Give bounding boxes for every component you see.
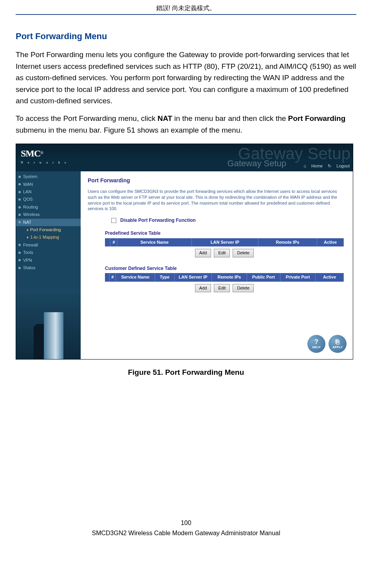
predefined-table: # Service Name LAN Server IP Remote IPs … [105, 238, 344, 246]
th-lan: LAN Server IP [175, 273, 212, 281]
bullet-icon [18, 206, 21, 209]
th-act: Active [317, 238, 344, 246]
door-icon [44, 312, 63, 359]
th-rip: Remote IPs [212, 273, 247, 281]
bullet-icon [18, 221, 21, 223]
help-label: HELP [312, 345, 320, 349]
disable-pf-row: Disable Port Forwarding Function [111, 217, 346, 224]
bullet-icon [18, 259, 21, 261]
section-title: Port Forwarding Menu [16, 31, 356, 43]
page-number: 100 [16, 519, 356, 527]
nav-label: System [23, 174, 38, 180]
custom-btn-row: Add Edit Delete [105, 284, 344, 292]
nav-label: VPN [23, 257, 32, 263]
bullet-icon [18, 183, 21, 185]
sidebar-item-wan[interactable]: WAN [16, 181, 81, 188]
sidebar-sub-1to1-mapping[interactable]: 1-to-1 Mapping [16, 234, 81, 241]
para2-e: submenu in the menu bar. Figure 51 shows… [16, 126, 242, 134]
custom-table: # Service Name Type LAN Server IP Remote… [105, 273, 344, 281]
edit-button[interactable]: Edit [214, 249, 230, 257]
paragraph-1: The Port Forwarding menu lets you config… [16, 49, 356, 106]
predefined-table-title: Predefined Service Table [105, 230, 346, 237]
th-svc: Service Name [116, 273, 155, 281]
page-footer: 100 SMCD3GN2 Wireless Cable Modem Gatewa… [16, 519, 356, 538]
delete-button[interactable]: Delete [233, 249, 254, 257]
sidebar-item-qos[interactable]: QOS [16, 196, 81, 203]
th-sel [105, 238, 110, 246]
bullet-icon [18, 214, 21, 216]
bullet-icon [18, 176, 21, 178]
table-header: # Service Name Type LAN Server IP Remote… [105, 273, 344, 281]
table-header: # Service Name LAN Server IP Remote IPs … [105, 238, 344, 246]
sidebar-item-routing[interactable]: Routing [16, 203, 81, 211]
para2-c: in the menu bar and then click the [172, 114, 288, 122]
sidebar-item-nat[interactable]: NAT [16, 219, 81, 226]
round-buttons: ? HELP ⎘ APPLY [307, 335, 347, 353]
sidebar-item-vpn[interactable]: VPN [16, 257, 81, 264]
sidebar-item-lan[interactable]: LAN [16, 188, 81, 196]
nav-sub-label: Port Forwarding [30, 227, 61, 233]
th-pub: Public Port [247, 273, 280, 281]
th-sel [105, 273, 110, 281]
panel-description: Users can configure the SMCD3GN3 to prov… [88, 189, 346, 212]
nav-label: LAN [23, 189, 31, 195]
nav-label: Status [23, 265, 35, 271]
nav-decorative-image [16, 293, 81, 359]
apply-icon: ⎘ [336, 339, 339, 345]
bullet-icon [18, 267, 21, 269]
disable-pf-label: Disable Port Forwarding Function [120, 217, 196, 224]
add-button[interactable]: Add [195, 249, 211, 257]
th-lan: LAN Server IP [192, 238, 258, 246]
bullet-icon [18, 191, 21, 193]
predefined-btn-row: Add Edit Delete [105, 249, 344, 257]
nav-label: Firewall [23, 242, 38, 248]
delete-button[interactable]: Delete [233, 284, 254, 292]
title-fg: Gateway Setup [228, 158, 286, 170]
sidebar-sub-port-forwarding[interactable]: Port Forwarding [16, 226, 81, 234]
sidebar-nav: System WAN LAN QOS Routing Wireless NAT … [16, 171, 81, 359]
chevron-right-icon [27, 236, 29, 239]
screenshot-figure: SMC® N e t w o r k s Gateway Setup Gatew… [16, 144, 353, 360]
add-button[interactable]: Add [195, 284, 211, 292]
header-links: ⌂ Home ↻ Logout [300, 163, 350, 169]
sidebar-item-wireless[interactable]: Wireless [16, 211, 81, 218]
para2-a: To access the Port Forwarding menu, clic… [16, 114, 157, 122]
logo-r: ® [40, 151, 43, 155]
sidebar-item-status[interactable]: Status [16, 264, 81, 272]
panel-title: Port Forwarding [88, 177, 346, 185]
th-num: # [110, 273, 116, 281]
custom-table-title: Customer Defined Service Table [105, 265, 346, 272]
th-type: Type [155, 273, 175, 281]
apply-button[interactable]: ⎘ APPLY [329, 335, 347, 353]
main-panel: Port Forwarding Users can configure the … [81, 171, 353, 359]
th-act: Active [316, 273, 344, 281]
chevron-right-icon [27, 229, 29, 231]
gateway-header: SMC® N e t w o r k s Gateway Setup Gatew… [16, 144, 353, 171]
apply-label: APPLY [332, 345, 343, 349]
footer-text: SMCD3GN2 Wireless Cable Modem Gateway Ad… [16, 529, 356, 538]
sidebar-item-firewall[interactable]: Firewall [16, 241, 81, 249]
bullet-icon [18, 252, 21, 254]
home-link-label: Home [311, 164, 323, 168]
para2-nat: NAT [157, 114, 172, 122]
bullet-icon [18, 198, 21, 201]
logout-link-label: Logout [336, 164, 350, 168]
nav-label: Wireless [23, 212, 40, 218]
help-button[interactable]: ? HELP [307, 335, 325, 353]
sidebar-item-system[interactable]: System [16, 173, 81, 180]
sidebar-item-tools[interactable]: Tools [16, 249, 81, 256]
th-svc: Service Name [117, 238, 192, 246]
nav-label: WAN [23, 182, 33, 187]
nav-label: Tools [23, 250, 33, 255]
nav-label: QOS [23, 196, 33, 202]
th-priv: Private Port [280, 273, 316, 281]
home-link[interactable]: ⌂ Home [303, 164, 323, 168]
edit-button[interactable]: Edit [214, 284, 230, 292]
bullet-icon [18, 244, 21, 246]
logo-main: SMC [21, 148, 40, 158]
figure-caption: Figure 51. Port Forwarding Menu [16, 367, 356, 378]
disable-pf-checkbox[interactable] [111, 218, 116, 223]
th-rip: Remote IPs [258, 238, 317, 246]
nav-label: NAT [23, 219, 31, 225]
logout-link[interactable]: ↻ Logout [328, 164, 350, 168]
